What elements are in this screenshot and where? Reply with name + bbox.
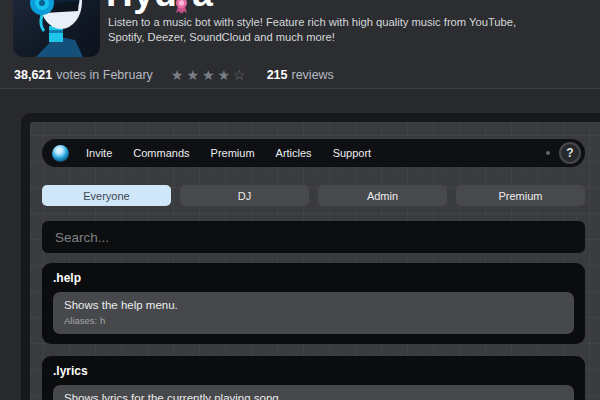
star-filled-icon: ★ xyxy=(171,67,187,83)
command-description: Shows the help menu. xyxy=(64,299,563,312)
tab-admin[interactable]: Admin xyxy=(318,185,447,206)
command-detail-box: Shows the help menu.Aliases: h xyxy=(53,292,574,334)
tab-everyone[interactable]: Everyone xyxy=(42,185,171,206)
star-rating: ★★★★☆ xyxy=(171,68,249,82)
nav-item-support[interactable]: Support xyxy=(333,147,372,159)
command-aliases: Aliases: h xyxy=(64,315,563,326)
navbar-links: InviteCommandsPremiumArticlesSupport xyxy=(86,147,371,159)
tab-dj[interactable]: DJ xyxy=(180,185,309,206)
command-card: .lyricsShows lyrics for the currently pl… xyxy=(42,356,585,400)
reviews-count: 215 xyxy=(267,68,288,82)
votes-count: 38,621 xyxy=(14,68,52,82)
certified-badge-icon xyxy=(173,0,190,15)
stats-row: 38,621 votes in February ★★★★☆ 215 revie… xyxy=(14,66,334,84)
help-button[interactable]: ? xyxy=(559,142,581,164)
command-card: .helpShows the help menu.Aliases: h xyxy=(42,263,585,344)
bot-avatar xyxy=(13,0,100,57)
search-input[interactable] xyxy=(42,221,585,253)
tab-premium[interactable]: Premium xyxy=(456,185,585,206)
preview-navbar: InviteCommandsPremiumArticlesSupport ? xyxy=(42,139,585,167)
panel-textured-background: InviteCommandsPremiumArticlesSupport ? E… xyxy=(30,122,600,400)
star-filled-icon: ★ xyxy=(218,67,234,83)
site-preview-panel: InviteCommandsPremiumArticlesSupport ? E… xyxy=(21,113,600,400)
nav-item-invite[interactable]: Invite xyxy=(86,147,112,159)
permission-tabs: EveryoneDJAdminPremium xyxy=(42,185,585,206)
command-description: Shows lyrics for the currently playing s… xyxy=(64,392,563,400)
star-filled-icon: ★ xyxy=(186,67,202,83)
nav-item-premium[interactable]: Premium xyxy=(211,147,255,159)
star-filled-icon: ★ xyxy=(202,67,218,83)
nav-item-commands[interactable]: Commands xyxy=(133,147,189,159)
status-dot-icon xyxy=(546,151,550,155)
reviews-label: reviews xyxy=(291,68,333,82)
star-empty-icon: ☆ xyxy=(233,67,249,83)
bot-title: Hydra xyxy=(106,0,213,15)
votes-label: votes in February xyxy=(56,68,153,82)
hydra-logo-icon xyxy=(52,145,69,162)
header-divider xyxy=(0,88,600,89)
command-name: .lyrics xyxy=(53,365,574,378)
command-name: .help xyxy=(53,272,574,285)
nav-item-articles[interactable]: Articles xyxy=(276,147,312,159)
robot-avatar-illustration xyxy=(13,0,100,57)
command-list: .helpShows the help menu.Aliases: h.lyri… xyxy=(42,263,585,400)
command-detail-box: Shows lyrics for the currently playing s… xyxy=(53,385,574,400)
bot-description: Listen to a music bot with style! Featur… xyxy=(108,15,540,45)
